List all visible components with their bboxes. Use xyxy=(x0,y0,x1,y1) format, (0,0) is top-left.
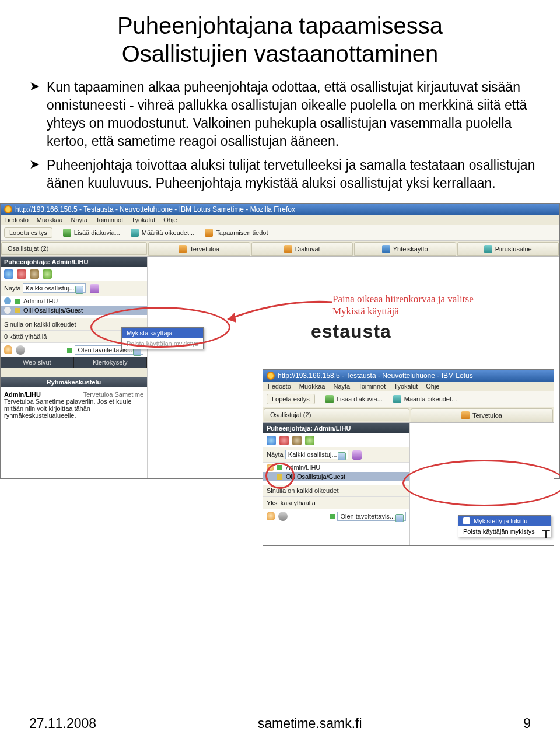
show-select[interactable]: Kaikki osallistuj... xyxy=(285,450,348,459)
people-icon[interactable] xyxy=(352,450,362,460)
speaker-icon[interactable] xyxy=(267,436,276,445)
stop-presentation-button[interactable]: Lopeta esitys xyxy=(4,228,52,238)
info-icon xyxy=(205,229,213,237)
participant-row-selected[interactable]: Olli Osallistuja/Guest xyxy=(263,472,410,481)
annotation-mute-hint: Paina oikeaa hiirenkorvaa ja valitse Myk… xyxy=(332,293,508,317)
footer-page: 9 xyxy=(523,716,531,732)
participant-row-selected[interactable]: Olli Osallistuja/Guest xyxy=(1,306,147,315)
welcome-tab[interactable]: Tervetuloa xyxy=(411,408,553,422)
menu-tools[interactable]: Työkalut xyxy=(131,216,155,223)
menu-help[interactable]: Ohje xyxy=(426,383,439,390)
mic-icon[interactable] xyxy=(279,436,289,445)
speech-icon xyxy=(4,307,11,314)
menu-edit[interactable]: Muokkaa xyxy=(299,383,326,390)
hand-icon[interactable] xyxy=(4,345,12,354)
context-menu-mute[interactable]: Mykistä käyttäjä Poista käyttäjän mykist… xyxy=(121,327,204,349)
vol-icon[interactable] xyxy=(305,436,314,445)
menu-tools[interactable]: Työkalut xyxy=(394,383,418,390)
phone-icon[interactable] xyxy=(30,270,39,279)
show-select[interactable]: Kaikki osallistuj... xyxy=(23,284,86,293)
context-menu-unmute[interactable]: Mykistetty ja lukittu Poista käyttäjän m… xyxy=(458,515,551,537)
screen-icon xyxy=(382,245,390,253)
status-yellow-icon xyxy=(277,474,282,480)
hands-text: Yksi käsi ylhäällä xyxy=(263,497,410,509)
participant-name: Admin/LIHU xyxy=(286,464,320,471)
permissions-button[interactable]: Määritä oikeudet... xyxy=(393,395,457,403)
add-slides-button[interactable]: Lisää diakuvia... xyxy=(63,229,120,237)
window-title: http://193.166.158.5 - Testausta - Neuvo… xyxy=(278,372,473,380)
permissions-icon xyxy=(131,229,139,237)
participant-row[interactable]: Admin/LIHU xyxy=(263,463,410,472)
toolbar: Lopeta esitys Lisää diakuvia... Määritä … xyxy=(263,391,554,407)
mute-user-menuitem[interactable]: Mykistä käyttäjä xyxy=(122,328,203,338)
menu-view[interactable]: Näytä xyxy=(333,383,350,390)
show-label: Näytä xyxy=(267,451,284,458)
participant-name: Olli Osallistuja/Guest xyxy=(23,307,83,314)
status-yellow-icon xyxy=(15,308,20,313)
menu-actions[interactable]: Toiminnot xyxy=(96,216,123,223)
firefox-icon xyxy=(267,372,275,380)
slides-tab[interactable]: Diakuvat xyxy=(251,242,354,256)
vol-icon[interactable] xyxy=(43,270,52,279)
lower-tabs: Web-sivut Kiertokysely xyxy=(1,357,147,368)
audio-controls xyxy=(263,433,410,447)
participants-tab[interactable]: Osallistujat (2) xyxy=(1,242,147,255)
home-icon xyxy=(178,245,187,253)
permissions-icon xyxy=(393,395,401,403)
participants-tab[interactable]: Osallistujat (2) xyxy=(264,408,410,421)
disabled-menuitem: Poista käyttäjän mykistys xyxy=(122,338,203,349)
show-label: Näytä xyxy=(4,285,21,292)
menu-actions[interactable]: Toiminnot xyxy=(358,383,386,390)
folder-icon xyxy=(284,245,292,253)
meeting-info-button[interactable]: Tapaamisen tiedot xyxy=(205,229,268,237)
show-filter-row: Näytä Kaikki osallistuj... xyxy=(263,447,410,463)
bg-letter: T xyxy=(542,527,550,542)
pencil-icon xyxy=(484,245,492,253)
participant-name: Admin/LIHU xyxy=(23,298,58,304)
stop-presentation-button[interactable]: Lopeta esitys xyxy=(267,394,315,404)
speech-icon xyxy=(4,298,11,304)
add-slide-icon xyxy=(326,395,334,403)
unmute-menuitem[interactable]: Poista käyttäjän mykistys xyxy=(459,526,551,537)
bullet-list: ➤ Kun tapaaminen alkaa puheenjohtaja odo… xyxy=(18,78,542,192)
bullet-arrow-icon: ➤ xyxy=(29,78,40,150)
permissions-button[interactable]: Määritä oikeudet... xyxy=(131,229,195,237)
presence-select[interactable]: Olen tavoitettavis... xyxy=(337,512,406,521)
status-green-icon xyxy=(277,465,282,470)
poll-tab[interactable]: Kiertokysely xyxy=(74,357,148,368)
participant-row[interactable]: Admin/LIHU xyxy=(1,296,147,306)
presence-icon xyxy=(330,514,335,519)
menu-bar[interactable]: Tiedosto Muokkaa Näytä Toiminnot Työkalu… xyxy=(263,382,554,391)
slide-footer: 27.11.2008 sametime.samk.fi 9 xyxy=(0,716,560,732)
people-icon[interactable] xyxy=(90,284,99,293)
chat-header: Ryhmäkeskustelu xyxy=(1,377,147,387)
add-slides-button[interactable]: Lisää diakuvia... xyxy=(326,395,383,403)
bullet-text: Kun tapaaminen alkaa puheenjohtaja odott… xyxy=(47,78,542,150)
menu-edit[interactable]: Muokkaa xyxy=(37,216,63,223)
background-slide-title: estausta xyxy=(311,321,391,342)
speaker-icon[interactable] xyxy=(4,270,13,279)
menu-view[interactable]: Näytä xyxy=(71,216,88,223)
chat-intro-label: Tervetuloa Sametime xyxy=(83,391,144,398)
hand-icon[interactable] xyxy=(267,512,275,520)
menu-help[interactable]: Ohje xyxy=(163,216,177,223)
menu-file[interactable]: Tiedosto xyxy=(267,383,291,390)
mic-icon[interactable] xyxy=(17,270,26,279)
info-circle-icon[interactable] xyxy=(278,512,288,521)
home-icon xyxy=(461,411,470,419)
info-circle-icon[interactable] xyxy=(16,345,25,355)
slide-title: Puheenjohtajana tapaamisessa Osallistuji… xyxy=(18,12,542,68)
window-titlebar: http://193.166.158.5 - Testausta - Neuvo… xyxy=(1,204,559,215)
bullet-item: ➤ Puheenjohtaja toivottaa aluksi tulijat… xyxy=(29,156,542,192)
muted-locked-menuitem[interactable]: Mykistetty ja lukittu xyxy=(459,516,551,526)
bullet-item: ➤ Kun tapaaminen alkaa puheenjohtaja odo… xyxy=(29,78,542,150)
web-tab[interactable]: Web-sivut xyxy=(1,357,74,368)
whiteboard-tab[interactable]: Piirustusalue xyxy=(457,242,559,256)
sub-browser-window: http://193.166.158.5 - Testausta - Neuvo… xyxy=(262,369,554,546)
menu-bar[interactable]: Tiedosto Muokkaa Näytä Toiminnot Työkalu… xyxy=(1,215,559,225)
menu-file[interactable]: Tiedosto xyxy=(4,216,29,223)
phone-icon[interactable] xyxy=(292,436,302,445)
toolbar: Lopeta esitys Lisää diakuvia... Määritä … xyxy=(1,225,559,241)
welcome-tab[interactable]: Tervetuloa xyxy=(148,242,250,256)
sharing-tab[interactable]: Yhteiskäyttö xyxy=(354,242,456,256)
